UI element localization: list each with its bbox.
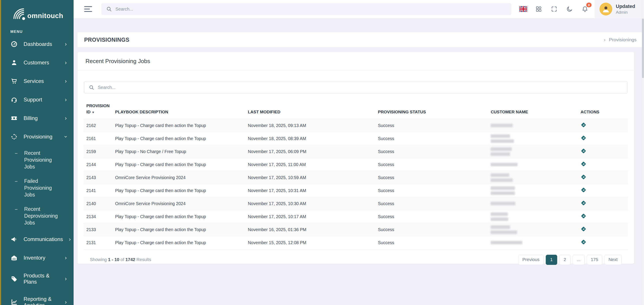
page-button-1[interactable]: 1	[546, 255, 557, 265]
cell-provision-id: 2133	[84, 223, 112, 236]
sidebar-nav: Dashboards›Customers›Services›Support›Bi…	[1, 35, 74, 305]
sidebar-item-support[interactable]: Support›	[1, 90, 74, 109]
menu-section-label: MENU	[1, 21, 74, 35]
row-action-button[interactable]	[580, 239, 586, 245]
user-role: Admin	[616, 10, 635, 15]
notifications-button[interactable]: 0	[579, 3, 591, 15]
redacted-customer-name	[491, 178, 513, 182]
cell-provisioning-status: Success	[375, 158, 488, 171]
column-header-customer-name[interactable]: CUSTOMER NAME	[488, 100, 578, 119]
sidebar-item-provisioning[interactable]: Provisioning›	[1, 127, 74, 146]
cell-playbook-description: Play Topup - No Charge / Free Topup	[112, 145, 245, 158]
column-header-actions[interactable]: ACTIONS	[578, 100, 628, 119]
cell-actions	[578, 145, 628, 158]
results-total: 1742	[125, 257, 135, 262]
sidebar-item-customers[interactable]: Customers›	[1, 53, 74, 72]
row-action-button[interactable]	[580, 187, 586, 193]
global-search-input[interactable]	[116, 7, 506, 12]
sidebar-item-services[interactable]: Services›	[1, 72, 74, 90]
page-button-ellipsis[interactable]: ...	[572, 255, 585, 265]
apps-icon	[536, 6, 542, 12]
scrollbar-thumb[interactable]	[642, 19, 644, 78]
cell-provisioning-status: Success	[375, 132, 488, 145]
column-header-last-modified[interactable]: LAST MODIFIED	[245, 100, 375, 119]
cell-last-modified: November 17, 2025, 10:31 AM	[245, 184, 375, 197]
warehouse-icon	[10, 254, 18, 261]
sidebar-item-label: Dashboards	[24, 41, 52, 47]
column-header-provisioning-status[interactable]: PROVISIONING STATUS	[375, 100, 488, 119]
chevron-right-icon: ›	[65, 60, 67, 66]
table-header-row: PROVISION ID ▼PLAYBOOK DESCRIPTIONLAST M…	[84, 100, 628, 119]
cell-provision-id: 2131	[84, 236, 112, 249]
sidebar-subitem-failed-provisioning-jobs[interactable]: –Failed Provisioning Jobs	[1, 174, 74, 202]
fullscreen-button[interactable]	[548, 3, 560, 15]
sidebar-item-dashboards[interactable]: Dashboards›	[1, 35, 74, 53]
cell-provisioning-status: Success	[375, 197, 488, 210]
search-icon	[89, 85, 94, 90]
sidebar-subitem-recent-deprovisioning-jobs[interactable]: –Recent Deprovisioning Jobs	[1, 202, 74, 230]
dash-icon: –	[15, 150, 18, 170]
brand-name: omnitouch	[27, 12, 63, 21]
table-row: 2143OmniCore Service Provisioning 2024No…	[84, 171, 628, 184]
redacted-customer-name	[491, 152, 510, 156]
sidebar-item-reporting-analytics[interactable]: Reporting & Analytics›	[1, 290, 74, 305]
hamburger-menu-icon[interactable]	[84, 6, 93, 12]
row-action-button[interactable]	[580, 174, 586, 180]
page-button-175[interactable]: 175	[587, 255, 602, 265]
sidebar-item-inventory[interactable]: Inventory›	[1, 248, 74, 267]
brand-logo[interactable]: omnitouch	[1, 0, 74, 21]
column-header-provision-id[interactable]: PROVISION ID ▼	[84, 100, 112, 119]
row-action-button[interactable]	[580, 122, 586, 128]
cell-provisioning-status: Success	[375, 236, 488, 249]
page-scrollbar[interactable]	[642, 0, 644, 305]
page-button-2[interactable]: 2	[559, 255, 571, 265]
column-header-playbook-description[interactable]: PLAYBOOK DESCRIPTION	[112, 100, 245, 119]
redacted-customer-name	[491, 217, 508, 221]
user-menu[interactable]: Updated Admin	[595, 0, 644, 18]
sidebar-item-communications[interactable]: Communications›	[1, 230, 74, 248]
row-action-button[interactable]	[580, 226, 586, 232]
sidebar-item-label: Inventory	[24, 255, 46, 261]
cell-last-modified: November 15, 2025, 12:08 PM	[245, 236, 375, 249]
cart-icon	[10, 78, 18, 85]
cell-provision-id: 2159	[84, 145, 112, 158]
dark-mode-button[interactable]	[563, 3, 576, 15]
cell-playbook-description: Play Topup - Charge card then action the…	[112, 210, 245, 223]
table-row: 2134Play Topup - Charge card then action…	[84, 210, 628, 223]
page-button-next[interactable]: Next	[604, 255, 622, 265]
row-action-button[interactable]	[580, 135, 586, 141]
cell-playbook-description: Play Topup - Charge card then action the…	[112, 223, 245, 236]
sidebar-item-label: Communications	[24, 236, 63, 242]
page-button-previous[interactable]: Previous	[518, 255, 544, 265]
results-range: 1 - 10	[108, 257, 119, 262]
person-icon	[10, 59, 18, 66]
card-body: PROVISION ID ▼PLAYBOOK DESCRIPTIONLAST M…	[78, 71, 634, 270]
cell-playbook-description: Play Topup - Charge card then action the…	[112, 132, 245, 145]
topbar-icons: 0	[517, 3, 591, 15]
language-flag-button[interactable]	[517, 3, 530, 15]
apps-grid-button[interactable]	[532, 3, 545, 15]
directions-icon	[580, 122, 586, 128]
breadcrumb-current[interactable]: Provisionings	[609, 37, 636, 42]
cell-playbook-description: Play Topup - Charge card then action the…	[112, 158, 245, 171]
redacted-customer-name	[491, 230, 517, 234]
cell-provisioning-status: Success	[375, 119, 488, 132]
sidebar-subitem-recent-provisioning-jobs[interactable]: –Recent Provisioning Jobs	[1, 146, 74, 174]
sidebar-item-billing[interactable]: Billing›	[1, 109, 74, 127]
row-action-button[interactable]	[580, 213, 586, 219]
headset-icon	[10, 96, 18, 103]
row-action-button[interactable]	[580, 200, 586, 206]
tag-icon	[10, 275, 18, 282]
row-action-button[interactable]	[580, 161, 586, 167]
sidebar-item-products-plans[interactable]: Products & Plans›	[1, 267, 74, 290]
cell-actions	[578, 236, 628, 249]
provisioning-jobs-table: PROVISION ID ▼PLAYBOOK DESCRIPTIONLAST M…	[84, 100, 628, 249]
redacted-customer-name	[491, 225, 510, 229]
cell-provision-id: 2162	[84, 119, 112, 132]
redacted-customer-name	[491, 134, 510, 138]
spinner-icon	[10, 133, 18, 140]
row-action-button[interactable]	[580, 148, 586, 154]
table-search-input[interactable]	[98, 85, 623, 90]
cell-customer-name	[488, 158, 578, 171]
cell-last-modified: November 17, 2025, 10:30 AM	[245, 197, 375, 210]
